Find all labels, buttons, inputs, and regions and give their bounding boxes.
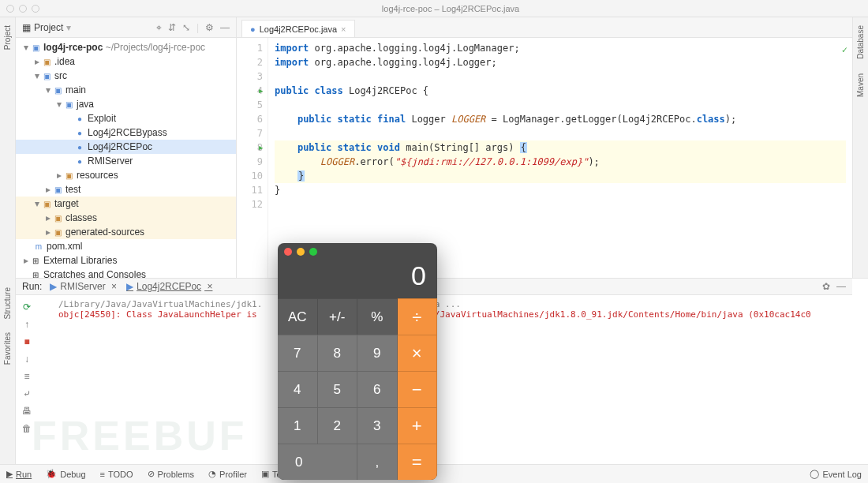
calc-key-equals[interactable]: =	[398, 444, 438, 480]
calc-key-percent[interactable]: %	[357, 298, 398, 335]
folder-icon: ▣	[63, 100, 74, 109]
zoom-window-icon[interactable]	[32, 5, 39, 13]
calculator-window[interactable]: 0 AC +/- % ÷ 7 8 9 × 4 5 6 − 1 2 3 + 0 ,…	[278, 243, 437, 480]
calc-key-negate[interactable]: +/-	[318, 298, 358, 335]
calc-key-2[interactable]: 2	[318, 407, 358, 444]
down-icon[interactable]: ↓	[21, 353, 33, 365]
project-tree[interactable]: ▾▣log4j-rce-poc ~/Projects/log4j-rce-poc…	[16, 38, 236, 278]
event-log[interactable]: ◯ Event Log	[810, 469, 862, 479]
locate-icon[interactable]: ⌖	[156, 22, 162, 33]
layout-icon[interactable]: ≡	[21, 370, 33, 383]
calc-key-4[interactable]: 4	[278, 371, 318, 407]
run-gutter-icon[interactable]: ▶	[259, 84, 263, 98]
bottom-profiler[interactable]: ◔ Profiler	[208, 469, 247, 479]
calc-key-3[interactable]: 3	[357, 407, 398, 444]
gear-icon[interactable]: ⚙	[205, 22, 214, 33]
tree-file: ●Exploit	[16, 111, 236, 125]
toolwindow-database-tab[interactable]: Database	[856, 22, 865, 62]
up-icon[interactable]: ↑	[21, 318, 33, 331]
run-console[interactable]: /Library/Java/JavaVirtualMachines/jdk1. …	[54, 296, 868, 444]
traffic-lights	[6, 5, 39, 13]
toolwindow-favorites-tab[interactable]: Favorites	[3, 329, 12, 368]
left-toolwindow-strip: Project	[0, 17, 16, 278]
window-titlebar: log4j-rce-poc – Log4j2RCEPoc.java	[0, 0, 868, 17]
editor-tabs: ● Log4j2RCEPoc.java ×	[237, 17, 852, 38]
expand-all-icon[interactable]: ⇵	[168, 22, 176, 33]
code-content[interactable]: import org.apache.logging.log4j.LogManag…	[268, 38, 852, 278]
calc-key-ac[interactable]: AC	[278, 298, 318, 335]
calc-key-5[interactable]: 5	[318, 371, 358, 407]
folder-icon: ▣	[52, 185, 63, 194]
calc-key-0[interactable]: 0	[278, 444, 357, 480]
print-icon[interactable]: 🖶	[21, 405, 33, 417]
bottom-run[interactable]: ▶ Run	[6, 469, 32, 479]
calc-display: 0	[278, 260, 437, 298]
stop-icon[interactable]: ■	[21, 335, 33, 348]
tree-file-selected: ●Log4j2RCEPoc	[16, 140, 236, 154]
calc-key-6[interactable]: 6	[357, 371, 398, 407]
calc-key-8[interactable]: 8	[318, 335, 358, 371]
folder-icon: ▣	[52, 86, 63, 95]
run-tab-active[interactable]: ▶Log4j2RCEPoc ×	[126, 281, 212, 292]
minimize-window-icon[interactable]	[19, 5, 27, 13]
folder-icon: ▣	[52, 214, 63, 223]
folder-icon: ▣	[52, 228, 63, 237]
toolwindow-structure-tab[interactable]: Structure	[3, 284, 12, 323]
tree-file: ●RMIServer	[16, 154, 236, 168]
class-icon: ●	[74, 129, 85, 137]
run-label: Run:	[22, 281, 42, 292]
editor-tab-label: Log4j2RCEPoc.java	[260, 24, 337, 34]
right-toolwindow-strip: Database Maven	[852, 17, 868, 278]
bottom-todo[interactable]: ≡ TODO	[100, 470, 133, 479]
calc-key-add[interactable]: +	[398, 407, 438, 444]
hide-panel-icon[interactable]: —	[220, 22, 230, 33]
toolwindow-maven-tab[interactable]: Maven	[856, 70, 865, 100]
editor-area: ● Log4j2RCEPoc.java × ✓ ▶ ▶ 123456789101…	[237, 17, 852, 278]
calc-key-subtract[interactable]: −	[398, 371, 438, 407]
folder-icon: ▣	[63, 171, 74, 180]
class-icon: ●	[74, 143, 85, 152]
inspection-ok-icon: ✓	[842, 43, 847, 57]
scratch-icon: ⊞	[30, 271, 41, 279]
calc-titlebar[interactable]	[278, 243, 437, 260]
close-window-icon[interactable]	[6, 5, 14, 13]
code-editor[interactable]: ✓ ▶ ▶ 123456789101112 import org.apache.…	[237, 38, 852, 278]
calc-keypad: AC +/- % ÷ 7 8 9 × 4 5 6 − 1 2 3 + 0 , =	[278, 298, 437, 480]
calc-close-icon[interactable]	[284, 248, 292, 256]
calc-key-7[interactable]: 7	[278, 335, 318, 371]
editor-tab[interactable]: ● Log4j2RCEPoc.java ×	[241, 20, 355, 37]
toolwindow-project-tab[interactable]: Project	[3, 22, 12, 53]
calc-key-9[interactable]: 9	[357, 335, 398, 371]
tree-file: ●Log4j2RCEBypass	[16, 125, 236, 140]
project-dropdown-icon[interactable]: ▦	[22, 22, 31, 33]
run-hide-icon[interactable]: —	[836, 281, 846, 292]
rerun-icon[interactable]: ⟳	[21, 301, 33, 313]
bottom-debug[interactable]: 🐞 Debug	[46, 469, 85, 479]
module-icon: ▣	[30, 43, 41, 52]
calc-zoom-icon[interactable]	[309, 248, 317, 256]
calc-key-decimal[interactable]: ,	[357, 444, 398, 480]
project-panel: ▦ Project ▾ ⌖ ⇵ ⤡ | ⚙ — ▾▣log4j-rce-poc …	[16, 17, 237, 278]
project-panel-title[interactable]: Project	[34, 22, 63, 33]
folder-icon: ▣	[41, 58, 52, 66]
bottom-problems[interactable]: ⊘ Problems	[148, 469, 194, 479]
line-gutter: 123456789101112	[237, 38, 268, 278]
left-toolwindow-strip-lower: Structure Favorites	[0, 278, 16, 464]
folder-icon: ▣	[41, 72, 52, 80]
run-gutter-icon[interactable]: ▶	[259, 140, 263, 155]
run-settings-icon[interactable]: ✿	[822, 281, 830, 292]
calc-key-1[interactable]: 1	[278, 407, 318, 444]
trash-icon[interactable]: 🗑	[21, 422, 33, 435]
window-title: log4j-rce-poc – Log4j2RCEPoc.java	[39, 4, 862, 13]
softwrap-icon[interactable]: ⤶	[21, 388, 33, 400]
project-panel-header: ▦ Project ▾ ⌖ ⇵ ⤡ | ⚙ —	[16, 17, 236, 38]
calc-key-divide[interactable]: ÷	[398, 298, 438, 335]
run-tab[interactable]: ▶RMIServer ×	[50, 281, 117, 292]
class-icon: ●	[250, 24, 256, 34]
calc-key-multiply[interactable]: ×	[398, 335, 438, 371]
close-tab-icon[interactable]: ×	[341, 24, 346, 34]
class-icon: ●	[74, 157, 85, 166]
collapse-all-icon[interactable]: ⤡	[182, 22, 190, 33]
calc-minimize-icon[interactable]	[297, 248, 305, 256]
class-icon: ●	[74, 114, 85, 123]
